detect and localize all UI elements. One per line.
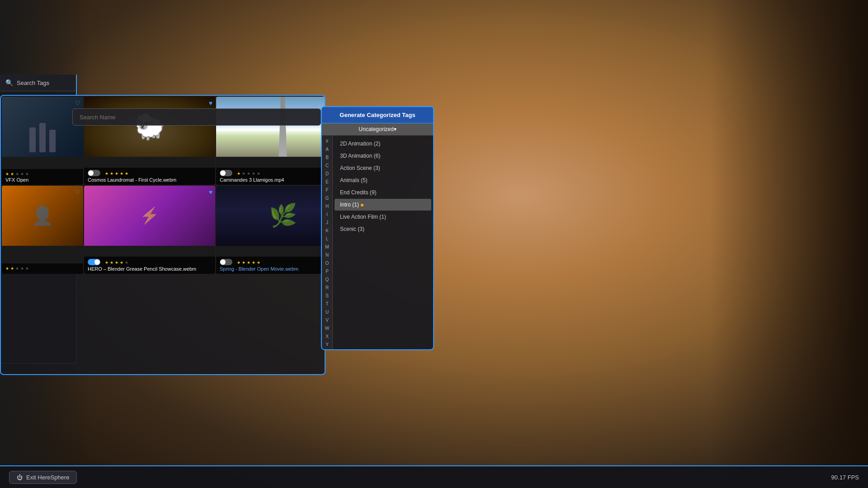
video-cell-5[interactable]: ⚡ ★ ★ ★ ★ ★ HERO – Blender Grease Pencil…	[84, 186, 215, 274]
exit-label: Exit HereSphere	[26, 474, 69, 481]
star-2: ★	[10, 172, 15, 176]
video-bottom-3: ★ ★ ★ ★ ★ Caminandes 3 Llamigos.mp4	[216, 168, 326, 185]
star-2-5: ★	[125, 171, 129, 176]
star-2-4: ★	[120, 171, 124, 176]
creature-shape: 🌿	[269, 202, 297, 229]
tag-intro[interactable]: Intro (1)	[335, 199, 431, 211]
toggle-3[interactable]	[220, 170, 232, 176]
uncategorized-header[interactable]: Uncategorized▾	[322, 123, 433, 136]
video-bottom-6: ★ ★ ★ ★ ★ Spring - Blender Open Movie.we…	[216, 257, 326, 274]
alpha-q[interactable]: Q	[322, 276, 332, 284]
video-cell-1[interactable]: ★ ★ ★ ★ ★ VFX Open ♡	[2, 97, 83, 185]
alpha-s[interactable]: S	[322, 292, 332, 300]
star-5-1: ★	[105, 260, 109, 265]
alpha-c[interactable]: C	[322, 162, 332, 170]
alpha-d[interactable]: D	[322, 170, 332, 178]
star-3-4: ★	[252, 171, 256, 176]
tag-end-credits[interactable]: End Credits (9)	[335, 187, 431, 198]
star-5-2: ★	[110, 260, 114, 265]
art-hero: ⚡	[140, 206, 160, 225]
video-meta-2: ★ ★ ★ ★ ★	[88, 170, 212, 176]
alpha-t[interactable]: T	[322, 300, 332, 308]
video-title-5: HERO – Blender Grease Pencil Showcase.we…	[88, 266, 212, 272]
star-rating-5: ★ ★ ★ ★ ★	[105, 260, 129, 265]
alpha-w[interactable]: W	[322, 324, 332, 333]
video-bottom-2: ★ ★ ★ ★ ★ Cosmos Laundromat - First Cycl…	[84, 168, 215, 185]
alpha-hash[interactable]: #	[322, 137, 332, 145]
tag-3d-animation[interactable]: 3D Animation (6)	[335, 150, 431, 162]
star-4-3: ★	[15, 266, 20, 271]
tag-dot-intro	[361, 204, 363, 206]
alpha-g[interactable]: G	[322, 194, 332, 202]
generate-categorized-tags-button[interactable]: Generate Categorized Tags	[322, 107, 433, 123]
video-cell-4[interactable]: 👤 ★ ★ ★ ★ ★ ♡	[2, 186, 83, 274]
alpha-k[interactable]: K	[322, 227, 332, 235]
video-bottom-5: ★ ★ ★ ★ ★ HERO – Blender Grease Pencil S…	[84, 257, 215, 274]
fps-display: 90.17 FPS	[831, 474, 859, 481]
tag-2d-animation[interactable]: 2D Animation (2)	[335, 138, 431, 150]
alpha-h[interactable]: H	[322, 202, 332, 211]
star-1: ★	[5, 172, 10, 176]
alpha-b[interactable]: B	[322, 154, 332, 162]
toggle-6[interactable]	[220, 259, 232, 265]
star-6-1: ★	[237, 260, 241, 265]
alpha-y[interactable]: Y	[322, 341, 332, 349]
alpha-f[interactable]: F	[322, 186, 332, 194]
tag-action-scene[interactable]: Action Scene (3)	[335, 162, 431, 174]
toggle-2[interactable]	[88, 170, 100, 176]
star-rating-6: ★ ★ ★ ★ ★	[237, 260, 261, 265]
alpha-x[interactable]: X	[322, 333, 332, 341]
alpha-p[interactable]: P	[322, 267, 332, 276]
alpha-l[interactable]: L	[322, 235, 332, 243]
alpha-a[interactable]: A	[322, 145, 332, 154]
alpha-e[interactable]: E	[322, 178, 332, 186]
figure-3	[49, 130, 56, 152]
star-6-4: ★	[252, 260, 256, 265]
video-meta-6: ★ ★ ★ ★ ★	[220, 259, 326, 265]
search-name-input[interactable]	[80, 114, 314, 121]
alpha-z[interactable]: Z	[322, 349, 332, 349]
heart-icon-2[interactable]: ♥	[209, 99, 212, 107]
star-5-5: ★	[125, 260, 129, 265]
heart-icon-5[interactable]: ♥	[209, 188, 212, 196]
search-icon: 🔍	[5, 79, 13, 86]
star-rating-3: ★ ★ ★ ★ ★	[237, 171, 261, 176]
video-meta-5: ★ ★ ★ ★ ★	[88, 259, 212, 265]
alpha-v[interactable]: V	[322, 316, 332, 324]
figure-2	[39, 123, 46, 152]
star-4-2: ★	[10, 266, 15, 271]
video-cell-6[interactable]: 🌿 ★ ★ ★ ★ ★ Spring - Blender Open Movie.…	[216, 186, 326, 274]
tag-list-area: # A B C D E F G H I J K L M N O P Q R S …	[322, 136, 433, 349]
uncategorized-label: Uncategorized▾	[359, 126, 396, 132]
star-5: ★	[25, 172, 30, 176]
alpha-u[interactable]: U	[322, 308, 332, 316]
star-5-4: ★	[120, 260, 124, 265]
exit-heresphere-button[interactable]: ⏻ Exit HereSphere	[9, 471, 77, 484]
star-2-2: ★	[110, 171, 114, 176]
star-6-3: ★	[247, 260, 251, 265]
heart-icon-4[interactable]: ♡	[75, 188, 80, 196]
alphabet-column: # A B C D E F G H I J K L M N O P Q R S …	[322, 136, 333, 349]
tag-scenic[interactable]: Scenic (3)	[335, 223, 431, 235]
alpha-j[interactable]: J	[322, 219, 332, 227]
heart-icon-1[interactable]: ♡	[75, 99, 80, 107]
thumb-6: 🌿	[216, 186, 326, 246]
star-4-4: ★	[20, 266, 25, 271]
right-tags-panel: Generate Categorized Tags Uncategorized▾…	[321, 106, 434, 350]
star-5-3: ★	[115, 260, 119, 265]
toggle-5[interactable]	[88, 259, 100, 265]
alpha-n[interactable]: N	[322, 251, 332, 259]
thumb-1	[2, 97, 83, 157]
star-4-5: ★	[25, 266, 30, 271]
alpha-r[interactable]: R	[322, 284, 332, 292]
alpha-o[interactable]: O	[322, 259, 332, 267]
video-meta-3: ★ ★ ★ ★ ★	[220, 170, 326, 176]
search-name-bar[interactable]	[72, 108, 321, 126]
tag-live-action-film[interactable]: Live Action Film (1)	[335, 211, 431, 223]
video-title-1: VFX Open	[5, 177, 80, 183]
alpha-m[interactable]: M	[322, 243, 332, 251]
tag-animals[interactable]: Animals (5)	[335, 174, 431, 186]
alpha-i[interactable]: I	[322, 211, 332, 219]
star-2-1: ★	[105, 171, 109, 176]
toggle-knob-3	[220, 170, 226, 176]
